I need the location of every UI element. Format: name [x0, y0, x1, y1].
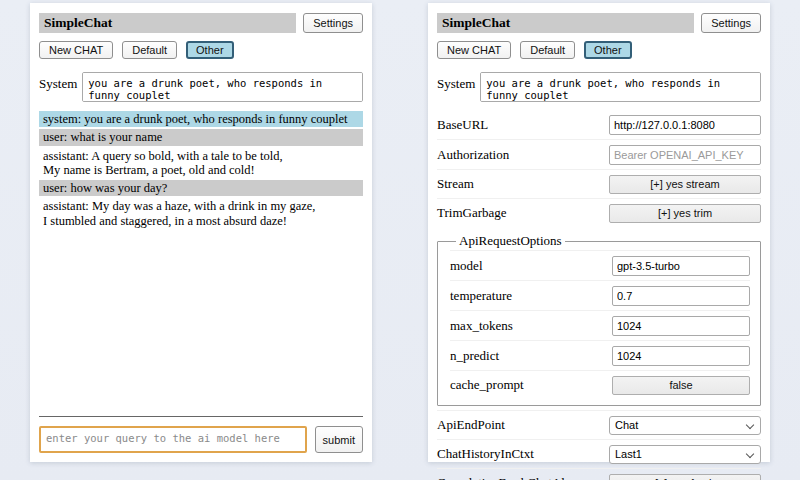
setting-row-temperature: temperature [450, 280, 750, 310]
authorization-label: Authorization [437, 147, 509, 163]
model-label: model [450, 258, 483, 274]
baseurl-input[interactable] [609, 115, 761, 135]
apiendpoint-select[interactable]: Chat [609, 416, 761, 435]
setting-row-model: model [450, 250, 750, 280]
n-predict-label: n_predict [450, 348, 499, 364]
app-title: SimpleChat [39, 13, 296, 33]
chat-panel: SimpleChat Settings New CHAT Default Oth… [30, 3, 372, 462]
user-query-input[interactable] [39, 426, 307, 453]
header: SimpleChat Settings [39, 13, 363, 33]
completionfreshchatalways-toggle-button[interactable]: [+] yes fresh [609, 474, 761, 480]
settings-button[interactable]: Settings [303, 13, 363, 33]
system-prompt-label: System [437, 72, 475, 92]
new-chat-button[interactable]: New CHAT [437, 41, 511, 59]
temperature-label: temperature [450, 288, 512, 304]
chat-message-assistant: assistant: A query so bold, with a tale … [39, 148, 363, 179]
trimgarbage-toggle-button[interactable]: [+] yes trim [609, 204, 761, 223]
setting-row-n-predict: n_predict [450, 340, 750, 370]
query-row: submit [39, 426, 363, 453]
baseurl-label: BaseURL [437, 117, 488, 133]
setting-row-chathistoryinctxt: ChatHistoryInCtxt Last1 [437, 439, 761, 468]
cache-prompt-toggle-button[interactable]: false [612, 376, 750, 395]
new-chat-button[interactable]: New CHAT [39, 41, 113, 59]
chat-log: system: you are a drunk poet, who respon… [39, 111, 363, 231]
system-prompt-row: System you are a drunk poet, who respond… [437, 72, 761, 102]
session-button-default[interactable]: Default [122, 41, 177, 59]
session-buttons: New CHAT Default Other [437, 41, 761, 59]
setting-row-cache-prompt: cache_prompt false [450, 370, 750, 399]
system-prompt-input[interactable]: you are a drunk poet, who responds in fu… [82, 72, 363, 102]
chathistoryinctxt-label: ChatHistoryInCtxt [437, 446, 534, 462]
completionfreshchatalways-label: CompletionFreshChatAlways [437, 475, 592, 480]
system-prompt-label: System [39, 72, 77, 92]
apiendpoint-selected-value: Chat [615, 419, 638, 431]
settings-button[interactable]: Settings [701, 13, 761, 33]
system-prompt-input[interactable]: you are a drunk poet, who responds in fu… [480, 72, 761, 102]
setting-row-stream: Stream [+] yes stream [437, 169, 761, 198]
cache-prompt-label: cache_prompt [450, 377, 524, 393]
chathistoryinctxt-selected-value: Last1 [615, 448, 642, 460]
simplechat-app: SimpleChat Settings New CHAT Default Oth… [0, 0, 800, 480]
temperature-input[interactable] [612, 286, 750, 306]
api-request-options-legend: ApiRequestOptions [456, 233, 565, 249]
setting-row-completionfreshchatalways: CompletionFreshChatAlways [+] yes fresh [437, 468, 761, 480]
setting-row-authorization: Authorization [437, 139, 761, 169]
settings-panel: SimpleChat Settings New CHAT Default Oth… [428, 3, 770, 462]
app-title: SimpleChat [437, 13, 694, 33]
setting-row-max-tokens: max_tokens [450, 310, 750, 340]
session-button-default[interactable]: Default [520, 41, 575, 59]
header: SimpleChat Settings [437, 13, 761, 33]
settings-list: BaseURL Authorization Stream [+] yes str… [437, 110, 761, 480]
setting-row-apiendpoint: ApiEndPoint Chat [437, 410, 761, 439]
api-request-options-fieldset: ApiRequestOptions model temperature max_… [437, 233, 761, 406]
chat-message-assistant: assistant: My day was a haze, with a dri… [39, 198, 363, 229]
stream-label: Stream [437, 176, 474, 192]
session-buttons: New CHAT Default Other [39, 41, 363, 59]
max-tokens-input[interactable] [612, 316, 750, 336]
session-button-other[interactable]: Other [186, 41, 234, 59]
trimgarbage-label: TrimGarbage [437, 205, 507, 221]
flex-spacer [39, 231, 363, 416]
divider [39, 416, 363, 417]
chathistoryinctxt-select[interactable]: Last1 [609, 445, 761, 464]
session-button-other[interactable]: Other [584, 41, 632, 59]
submit-button[interactable]: submit [315, 426, 363, 453]
chat-message-system: system: you are a drunk poet, who respon… [39, 111, 363, 127]
n-predict-input[interactable] [612, 346, 750, 366]
stream-toggle-button[interactable]: [+] yes stream [609, 175, 761, 194]
authorization-input[interactable] [609, 145, 761, 165]
system-prompt-row: System you are a drunk poet, who respond… [39, 72, 363, 102]
chat-message-user: user: how was your day? [39, 180, 363, 196]
chevron-down-icon [746, 421, 754, 429]
model-input[interactable] [612, 256, 750, 276]
setting-row-baseurl: BaseURL [437, 110, 761, 139]
chevron-down-icon [746, 450, 754, 458]
max-tokens-label: max_tokens [450, 318, 513, 334]
chat-message-user: user: what is your name [39, 129, 363, 145]
setting-row-trimgarbage: TrimGarbage [+] yes trim [437, 198, 761, 227]
apiendpoint-label: ApiEndPoint [437, 417, 505, 433]
